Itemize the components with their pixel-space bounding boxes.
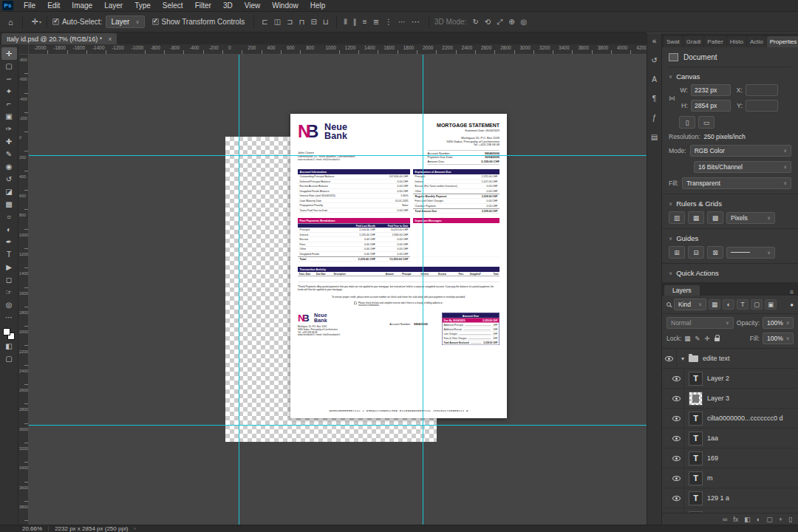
layer-row[interactable]: T1aa (662, 429, 798, 449)
visibility-toggle[interactable] (669, 468, 684, 488)
lock-image-pixels-icon[interactable]: ✎ (695, 335, 700, 342)
align-top-edges-icon[interactable]: ⊓ (297, 18, 307, 26)
paragraph-panel-icon[interactable]: ¶ (652, 95, 656, 103)
libraries-panel-icon[interactable]: ▤ (651, 133, 658, 141)
auto-select-target-dropdown[interactable]: Layer∨ (106, 16, 144, 28)
menu-item-help[interactable]: Help (304, 0, 332, 11)
layer-row[interactable]: T169 (662, 449, 798, 468)
lock-all-icon[interactable] (715, 338, 720, 341)
landscape-orientation-button[interactable]: ▭ (698, 116, 715, 129)
filter-pixel-layers-icon[interactable]: ▦ (709, 299, 720, 310)
layer-row[interactable]: ▾edite text (662, 349, 798, 369)
color-swatches[interactable] (3, 328, 15, 340)
lock-transparent-pixels-icon[interactable]: ▦ (684, 335, 690, 342)
delete-layer-icon[interactable]: ▯ (788, 514, 792, 525)
chevron-down-icon[interactable]: ▾ (681, 355, 684, 362)
layer-group-icon[interactable]: ▢ (766, 514, 773, 525)
guide-vertical[interactable] (423, 55, 423, 525)
align-vertical-centers-icon[interactable]: ⊟ (308, 18, 318, 26)
marquee-tool[interactable]: ▢ (1, 60, 17, 72)
zoom-tool[interactable]: ◎ (1, 299, 17, 311)
toggle-pixel-grid-button[interactable]: ▩ (707, 211, 723, 224)
layer-row[interactable]: Layer 3 (662, 389, 798, 409)
visibility-toggle[interactable] (669, 488, 684, 508)
menu-item-select[interactable]: Select (157, 0, 189, 11)
rectangle-tool[interactable]: ◻ (1, 273, 17, 286)
panel-tab-properties[interactable]: Properties (767, 36, 798, 47)
layer-filter-toggle[interactable]: ● (790, 301, 794, 308)
guide-style-dropdown[interactable]: ∨ (726, 247, 775, 259)
brush-tool[interactable]: ✎ (1, 148, 17, 160)
align-bottom-edges-icon[interactable]: ⊔ (321, 18, 331, 26)
home-icon[interactable]: ⌂ (4, 18, 17, 27)
filter-smart-objects-icon[interactable]: ▣ (765, 299, 777, 310)
layer-mask-icon[interactable]: ◧ (744, 514, 751, 525)
gradient-tool[interactable]: ▩ (1, 198, 17, 211)
menu-item-type[interactable]: Type (129, 0, 157, 11)
filter-shape-layers-icon[interactable]: ▢ (751, 299, 763, 310)
panel-tab-swat[interactable]: Swat (664, 36, 683, 47)
layer-row[interactable]: Tcilta0000000...ccccccc0 d (662, 409, 798, 429)
distribute-left-icon[interactable]: ⫴ (342, 18, 349, 27)
close-icon[interactable]: × (108, 35, 112, 43)
align-horizontal-centers-icon[interactable]: ◫ (272, 18, 283, 26)
align-right-edges-icon[interactable]: ⊐ (284, 18, 295, 26)
screen-mode-tool[interactable]: ▢ (1, 352, 17, 365)
toggle-rulers-button[interactable]: ▥ (669, 211, 685, 224)
auto-select-checkbox[interactable] (52, 18, 59, 25)
crop-tool[interactable]: ⌐ (1, 98, 17, 110)
rulers-grids-section-header[interactable]: ∨ Rulers & Grids (669, 200, 791, 208)
history-panel-icon[interactable]: ↺ (651, 56, 657, 64)
layer-row[interactable]: T129 1 a (662, 488, 798, 508)
bit-depth-dropdown[interactable]: 16 Bits/Channel∨ (694, 161, 791, 173)
clone-stamp-tool[interactable]: ◉ (1, 160, 17, 173)
3d-orbit-icon[interactable]: ↻ (470, 18, 480, 27)
menu-item-edit[interactable]: Edit (41, 0, 66, 11)
distribute-right-icon[interactable]: ≡ (361, 18, 369, 27)
quick-actions-section-header[interactable]: ∨ Quick Actions (669, 269, 791, 277)
healing-brush-tool[interactable]: ✚ (1, 135, 17, 148)
show-transform-controls-checkbox[interactable] (152, 18, 159, 25)
canvas-fill-dropdown[interactable]: Transparent∨ (682, 177, 791, 189)
distribute-bottom-icon[interactable]: ⋯ (396, 18, 408, 27)
layer-row[interactable]: TLayer 2 (662, 369, 798, 389)
guides-section-header[interactable]: ∨ Guides (669, 234, 791, 242)
3d-drag-icon[interactable]: ⤢ (494, 18, 505, 27)
horizontal-ruler[interactable]: -2000-1800-1600-1400-1200-1000-800-600-4… (29, 44, 647, 55)
menu-item-file[interactable]: File (18, 0, 41, 11)
hand-tool[interactable]: ☞ (1, 286, 17, 299)
distribute-horizontal-icon[interactable]: ∥ (351, 18, 359, 27)
menu-item-window[interactable]: Window (266, 0, 304, 11)
collapse-panels-icon[interactable]: « (652, 37, 657, 45)
menu-item-layer[interactable]: Layer (98, 0, 129, 11)
blur-tool[interactable]: ○ (1, 211, 17, 223)
quick-selection-tool[interactable]: ✦ (1, 85, 17, 98)
guide-horizontal[interactable] (29, 425, 647, 426)
canvas-section-header[interactable]: ∨ Canvas (669, 72, 791, 81)
menu-item-image[interactable]: Image (66, 0, 98, 11)
guide-horizontal[interactable] (29, 155, 647, 156)
foreground-color-swatch[interactable] (3, 328, 10, 335)
more-options-icon[interactable]: ⋯ (408, 17, 423, 27)
new-layer-icon[interactable]: + (779, 514, 782, 525)
height-input[interactable]: 2854 px (691, 100, 731, 112)
canvas-area[interactable]: BN Neue Bank John CitizenDorfstrasse 22,… (18, 44, 647, 525)
portrait-orientation-button[interactable]: ▯ (679, 116, 695, 129)
edit-toolbar[interactable]: ⋯ (1, 311, 17, 324)
3d-scale-icon[interactable]: ◎ (519, 18, 530, 27)
3d-slide-icon[interactable]: ⊕ (506, 18, 516, 27)
visibility-toggle[interactable] (669, 409, 684, 428)
distribute-vertical-icon[interactable]: ⋮ (383, 18, 395, 27)
lock-position-icon[interactable]: ✛ (704, 335, 709, 342)
color-mode-dropdown[interactable]: RGB Color∨ (690, 145, 791, 157)
photoshop-logo[interactable]: Ps (2, 1, 13, 10)
glyphs-panel-icon[interactable]: ƒ (652, 114, 657, 122)
quick-mask-tool[interactable]: ◧ (1, 340, 17, 352)
visibility-toggle[interactable] (669, 389, 684, 408)
visibility-toggle[interactable] (669, 429, 684, 448)
panel-menu-icon[interactable]: ≡ (790, 288, 794, 296)
pen-tool[interactable]: ✒ (1, 236, 17, 248)
eyedropper-tool[interactable]: ✑ (1, 123, 17, 135)
visibility-toggle[interactable] (669, 369, 684, 388)
menu-item-3d[interactable]: 3D (217, 0, 239, 11)
